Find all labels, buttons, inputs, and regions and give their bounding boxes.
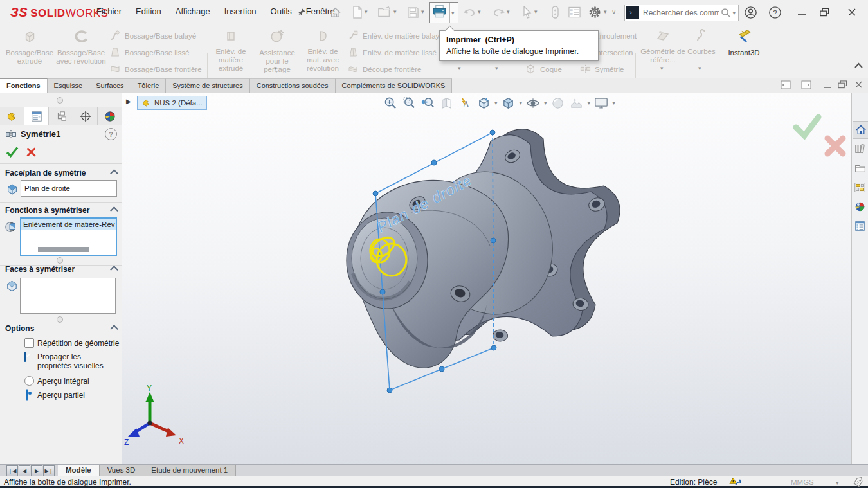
graphics-viewport[interactable]: Plan de droite Y bbox=[122, 93, 851, 464]
doc-close-icon[interactable] bbox=[854, 80, 863, 91]
home-button[interactable] bbox=[327, 4, 343, 21]
ribbon-boss-loft-button[interactable]: Bossage/Base lissé bbox=[109, 46, 189, 59]
restore-button[interactable] bbox=[816, 4, 833, 21]
ribbon-boss-revolve-button[interactable]: Bossage/Base avec révolution bbox=[55, 28, 107, 66]
apply-scene-icon[interactable] bbox=[569, 95, 584, 111]
panel-grip-handle[interactable] bbox=[57, 97, 63, 104]
display-style-dropdown[interactable]: ▾ bbox=[520, 100, 523, 106]
zoom-to-area-icon[interactable] bbox=[401, 95, 417, 111]
select-dropdown[interactable]: ▾ bbox=[534, 9, 538, 15]
undo-dropdown[interactable]: ▾ bbox=[478, 9, 481, 15]
menu-outils[interactable]: Outils bbox=[271, 6, 292, 16]
confirm-cancel-x[interactable] bbox=[827, 138, 843, 154]
annotations-visibility-icon[interactable]: A bbox=[457, 95, 473, 111]
menu-affichage[interactable]: Affichage bbox=[176, 6, 210, 16]
taskpane-design-library-icon[interactable] bbox=[853, 140, 867, 157]
units-dropdown[interactable]: ▾ bbox=[836, 480, 839, 486]
account-icon[interactable] bbox=[742, 4, 759, 21]
settings-dropdown[interactable]: ▾ bbox=[604, 9, 607, 15]
menu-edition[interactable]: Edition bbox=[136, 6, 161, 16]
ribbon-shell-button[interactable]: Coque bbox=[525, 63, 562, 76]
view-orientation-icon[interactable] bbox=[476, 95, 491, 111]
search-icon[interactable] bbox=[721, 8, 731, 18]
ribbon-hole-wizard-button[interactable]: Assistance pour le perçage bbox=[252, 28, 302, 74]
ribbon-cut-extrude-button[interactable]: Enlèv. de matière extrudé bbox=[211, 28, 251, 73]
faces-to-mirror-list[interactable] bbox=[20, 278, 116, 314]
tab-tolerie[interactable]: Tôlerie bbox=[131, 78, 167, 93]
tab-vues-3d[interactable]: Vues 3D bbox=[100, 465, 144, 476]
full-preview-radio[interactable] bbox=[24, 376, 34, 386]
help-icon[interactable]: ? bbox=[766, 4, 783, 21]
units-label[interactable]: MMGS bbox=[791, 478, 814, 486]
ribbon-cut-revolve-button[interactable]: Enlèv. de mat. avec révolution bbox=[301, 28, 345, 73]
minimize-button[interactable] bbox=[793, 4, 810, 21]
doc-minimize-icon[interactable] bbox=[823, 81, 832, 91]
search-input[interactable] bbox=[642, 8, 721, 18]
hide-show-dropdown[interactable]: ▾ bbox=[544, 100, 547, 106]
ribbon-cut-boundary-button[interactable]: Découpe frontière bbox=[347, 63, 421, 76]
new-document-dropdown[interactable]: ▾ bbox=[365, 9, 368, 15]
nav-prev-icon[interactable]: ◀ bbox=[19, 465, 30, 476]
close-button[interactable] bbox=[844, 4, 860, 21]
tab-fonctions[interactable]: Fonctions bbox=[0, 78, 48, 93]
tab-dimxpert-manager[interactable] bbox=[73, 107, 98, 125]
view-orientation-dropdown[interactable]: ▾ bbox=[494, 100, 498, 106]
section-view-icon[interactable] bbox=[439, 95, 454, 111]
settings-gear-icon[interactable] bbox=[586, 4, 603, 21]
tag-icon[interactable] bbox=[853, 477, 863, 488]
save-dropdown[interactable]: ▾ bbox=[421, 9, 424, 15]
part-model[interactable] bbox=[347, 129, 620, 368]
taskpane-view-palette-icon[interactable] bbox=[853, 179, 867, 195]
resize-handle[interactable] bbox=[57, 316, 63, 323]
list-item-selected[interactable]: Enlèvement de matière-Rév bbox=[21, 219, 116, 230]
rebuild-warning-icon[interactable] bbox=[728, 477, 741, 488]
ribbon-mirror-button[interactable]: Symétrie bbox=[580, 63, 624, 75]
menu-insertion[interactable]: Insertion bbox=[224, 6, 257, 16]
flyout-tree-arrow[interactable]: ▶ bbox=[126, 98, 131, 105]
open-dropdown[interactable]: ▾ bbox=[393, 9, 397, 15]
view-settings-dropdown[interactable]: ▾ bbox=[612, 100, 615, 106]
tab-constructions-soudees[interactable]: Constructions soudées bbox=[250, 78, 336, 93]
search-commands-icon[interactable]: ›_ bbox=[626, 6, 639, 19]
curves-dropdown[interactable]: ▾ bbox=[698, 66, 701, 71]
tab-surfaces[interactable]: Surfaces bbox=[89, 78, 131, 93]
apply-scene-dropdown[interactable]: ▾ bbox=[588, 100, 591, 106]
section-options-header[interactable]: Options bbox=[5, 324, 117, 333]
doc-restore-icon[interactable] bbox=[838, 80, 847, 91]
confirm-ok-check[interactable] bbox=[796, 117, 818, 136]
redo-dropdown[interactable]: ▾ bbox=[507, 9, 510, 15]
pm-cancel-button[interactable] bbox=[26, 147, 37, 159]
print-button[interactable] bbox=[431, 3, 448, 20]
search-dropdown[interactable]: ▾ bbox=[732, 10, 736, 16]
ribbon-instant3d-button[interactable]: Instant3D bbox=[723, 28, 765, 57]
resize-handle[interactable] bbox=[57, 257, 63, 264]
ribbon-boss-boundary-button[interactable]: Bossage/Base frontière bbox=[109, 63, 202, 76]
fillet-dropdown[interactable]: ▾ bbox=[495, 66, 498, 71]
nav-last-icon[interactable]: ▶❘ bbox=[43, 465, 55, 476]
select-cursor-button[interactable] bbox=[519, 4, 536, 21]
tab-configuration-manager[interactable] bbox=[49, 107, 73, 125]
section-faces-header[interactable]: Faces à symétriser bbox=[5, 265, 117, 274]
ribbon-cut-loft-button[interactable]: Enlèv. de matière lissé bbox=[347, 46, 437, 59]
tab-etude-mouvement[interactable]: Etude de mouvement 1 bbox=[143, 465, 236, 476]
ribbon-curves-button[interactable]: Courbes bbox=[685, 28, 718, 56]
pm-help-icon[interactable]: ? bbox=[105, 128, 117, 140]
tab-modele[interactable]: Modèle bbox=[58, 465, 100, 476]
taskpane-file-explorer-icon[interactable] bbox=[853, 159, 867, 176]
new-document-button[interactable] bbox=[349, 4, 366, 21]
pm-ok-button[interactable] bbox=[5, 145, 19, 160]
hide-show-items-icon[interactable] bbox=[525, 95, 541, 111]
save-button[interactable] bbox=[404, 4, 421, 21]
tab-featuremanager-tree[interactable] bbox=[0, 107, 24, 125]
reference-geometry-dropdown[interactable]: ▾ bbox=[660, 66, 664, 71]
toolbar-overflow[interactable]: ∨.. bbox=[611, 8, 620, 15]
horizontal-scrollbar-thumb[interactable] bbox=[38, 247, 89, 252]
hole-wizard-dropdown[interactable]: ▾ bbox=[274, 66, 277, 71]
nav-next-icon[interactable]: ▶ bbox=[31, 465, 42, 476]
view-settings-icon[interactable] bbox=[593, 95, 609, 111]
edit-appearance-icon[interactable] bbox=[550, 95, 566, 111]
zoom-to-fit-icon[interactable] bbox=[383, 95, 398, 111]
ribbon-boss-extrude-button[interactable]: Bossage/Base extrudé bbox=[4, 28, 55, 66]
taskpane-home-icon[interactable] bbox=[853, 121, 868, 139]
open-button[interactable] bbox=[376, 4, 393, 21]
